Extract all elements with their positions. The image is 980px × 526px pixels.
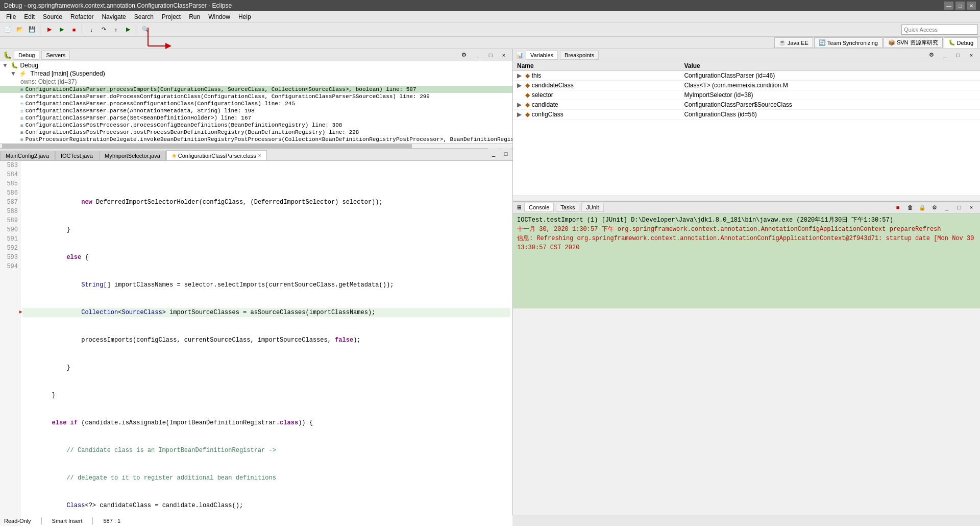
menu-help[interactable]: Help [234,12,255,21]
menu-window[interactable]: Window [204,12,234,21]
menu-file[interactable]: File [2,12,20,21]
code-area[interactable]: 583 584 585 586 587 588 589 590 591 592 … [0,161,512,526]
breakpoints-tab[interactable]: Breakpoints [560,51,599,60]
expand-this[interactable]: ▶ [517,72,522,79]
quick-access-input[interactable] [901,25,978,35]
stack-frame-7[interactable]: ≡ PostProcessorRegistrationDelegate.invo… [0,136,512,143]
console-settings[interactable]: ⚙ [929,202,940,213]
console-close[interactable]: × [966,202,977,213]
perspective-team-sync[interactable]: 🔄 Team Synchronizing [814,37,883,48]
search-button[interactable]: 🔍 [140,24,151,35]
code-content[interactable]: new DeferredImportSelectorHolder(configC… [20,161,512,526]
stack-frame-4[interactable]: ≡ ConfigurationClassParser.parse(Set<Bea… [0,114,512,122]
var-row-candidateclass[interactable]: ▶ ◆ candidateClass Class<T> (com.meimeix… [513,81,980,90]
expand-configclass[interactable]: ▶ [517,111,522,118]
toolbar-separator-1 [40,25,42,35]
thread-item[interactable]: ▼ ⚡ Thread [main] (Suspended) [0,69,512,78]
new-button[interactable]: 📄 [2,24,13,35]
tab-myimportselector[interactable]: MyImportSelector.java [99,151,166,160]
minimize-button[interactable]: — [944,2,953,10]
stack-frame-0[interactable]: ≡ ConfigurationClassParser.processImport… [0,86,512,93]
debug-button[interactable]: ▶ [44,24,55,35]
menu-project[interactable]: Project [158,12,185,21]
stack-icon-2: ≡ [20,101,23,107]
resume-button[interactable]: ▶ [122,24,134,35]
debug-tree-root[interactable]: ▼ 🐛 Debug [0,61,512,69]
var-row-this[interactable]: ▶ ◆ this ConfigurationClassParser (id=46… [513,71,980,81]
stack-frame-3[interactable]: ≡ ConfigurationClassParser.parse(Annotat… [0,107,512,114]
perspective-svn[interactable]: 📦 SVN 资源库研究 [884,37,943,48]
junit-tab[interactable]: JUnit [581,203,603,212]
debug-pane-minimize[interactable]: _ [472,50,483,61]
tasks-tab[interactable]: Tasks [556,203,579,212]
console-content[interactable]: IOCTest.testImport (1) [JUnit] D:\Develo… [513,213,980,308]
tab-configurationclassparser[interactable]: ◈ ConfigurationClassParser.class × [166,150,267,160]
stack-frame-6[interactable]: ≡ ConfigurationClassPostProcessor.postPr… [0,129,512,136]
current-line-arrow: ➤ [18,308,22,317]
menu-run[interactable]: Run [185,12,204,21]
console-maximize[interactable]: □ [953,202,965,213]
save-button[interactable]: 💾 [27,24,38,35]
close-button[interactable]: ✕ [967,2,976,10]
debug-scrollbar-h[interactable] [0,143,512,148]
owns-item[interactable]: owns: Object (id=37) [0,78,512,86]
var-row-configclass[interactable]: ▶ ◆ configClass ConfigurationClass (id=5… [513,110,980,119]
var-name-configclass: configClass [532,111,564,118]
var-row-candidate[interactable]: ▶ ◆ candidate ConfigurationClassParser$S… [513,100,980,110]
step-into-button[interactable]: ↓ [86,24,97,35]
code-line-590: } [22,391,510,400]
menu-search[interactable]: Search [130,12,158,21]
stack-text-7: PostProcessorRegistrationDelegate.invoke… [26,136,512,142]
stack-icon-6: ≡ [20,130,23,135]
expand-selector[interactable]: ▶ [517,91,522,99]
vars-pane-close[interactable]: × [966,50,977,61]
vars-pane-minimize[interactable]: _ [939,50,950,61]
var-icon-configclass: ◆ [525,111,530,118]
menu-navigate[interactable]: Navigate [97,12,130,21]
menu-edit[interactable]: Edit [20,12,39,21]
debug-pane-maximize[interactable]: □ [485,50,496,61]
var-name-candidateclass: candidateClass [532,82,574,89]
code-line-589: } [22,363,510,372]
vars-scrollbar-h[interactable] [513,196,980,201]
step-over-button[interactable]: ↷ [98,24,109,35]
menu-source[interactable]: Source [39,12,66,21]
perspective-debug[interactable]: 🐛 Debug [944,37,978,48]
console-stop[interactable]: ■ [892,202,903,213]
vars-pane-settings[interactable]: ⚙ [926,50,937,61]
stack-frame-2[interactable]: ≡ ConfigurationClassParser.processConfig… [0,100,512,107]
debug-pane-settings[interactable]: ⚙ [458,50,470,61]
vars-pane-maximize[interactable]: □ [952,50,964,61]
code-line-583: new DeferredImportSelectorHolder(configC… [22,198,510,207]
stack-frame-5[interactable]: ≡ ConfigurationClassPostProcessor.proces… [0,122,512,129]
menu-refactor[interactable]: Refactor [66,12,97,21]
stack-frame-1[interactable]: ≡ ConfigurationClassParser.doProcessConf… [0,93,512,100]
step-return-button[interactable]: ↑ [110,24,121,35]
var-icon-candidateclass: ◆ [525,82,530,89]
variables-tab[interactable]: Variables [526,51,558,60]
debug-pane-close[interactable]: × [498,50,509,61]
run-button[interactable]: ▶ [56,24,67,35]
console-scroll-lock[interactable]: 🔒 [917,202,928,213]
console-minimize[interactable]: _ [941,202,952,213]
expand-candidate[interactable]: ▶ [517,101,522,108]
code-line-587: ➤ Collection<SourceClass> importSourceCl… [22,308,510,317]
editor-minimize[interactable]: _ [488,148,499,159]
open-button[interactable]: 📂 [14,24,26,35]
debug-tab[interactable]: Debug [14,51,39,60]
variables-table[interactable]: Name Value ▶ ◆ this ConfigurationClassPa… [513,61,980,196]
tab-ioctest[interactable]: IOCTest.java [55,151,99,160]
tab-mainconfig2[interactable]: MainConfig2.java [0,151,55,160]
expand-candidateclass[interactable]: ▶ [517,82,522,89]
editor-maximize[interactable]: □ [500,148,511,159]
stop-button[interactable]: ■ [68,24,80,35]
var-row-selector[interactable]: ▶ ◆ selector MyImportSelector (id=38) [513,90,980,100]
debug-tree[interactable]: ▼ 🐛 Debug ▼ ⚡ Thread [main] (Suspended) … [0,61,512,143]
maximize-button[interactable]: □ [955,2,965,10]
perspective-java-ee[interactable]: ☕ Java EE [774,37,813,48]
console-clear[interactable]: 🗑 [904,202,916,213]
servers-tab[interactable]: Servers [41,51,70,60]
tab-close-icon[interactable]: × [258,153,261,158]
console-run-info: IOCTest.testImport (1) [JUnit] D:\Develo… [517,216,976,225]
console-tab[interactable]: Console [524,203,554,212]
